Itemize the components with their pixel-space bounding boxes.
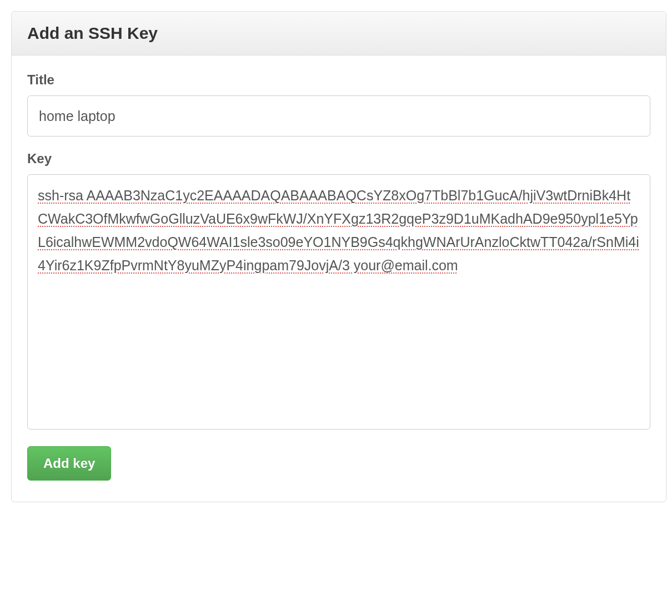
- key-form-group: Key ssh-rsa AAAAB3NzaC1yc2EAAAADAQABAAAB…: [27, 151, 650, 432]
- panel-title: Add an SSH Key: [27, 24, 650, 43]
- title-input[interactable]: [27, 95, 650, 137]
- add-key-button[interactable]: Add key: [27, 446, 111, 481]
- panel-header: Add an SSH Key: [12, 12, 666, 55]
- key-textarea[interactable]: ssh-rsa AAAAB3NzaC1yc2EAAAADAQABAAABAQCs…: [27, 174, 650, 430]
- title-form-group: Title: [27, 72, 650, 137]
- key-label: Key: [27, 151, 650, 166]
- add-ssh-key-panel: Add an SSH Key Title Key ssh-rsa AAAAB3N…: [11, 11, 666, 502]
- panel-body: Title Key ssh-rsa AAAAB3NzaC1yc2EAAAADAQ…: [12, 55, 666, 502]
- title-label: Title: [27, 72, 650, 88]
